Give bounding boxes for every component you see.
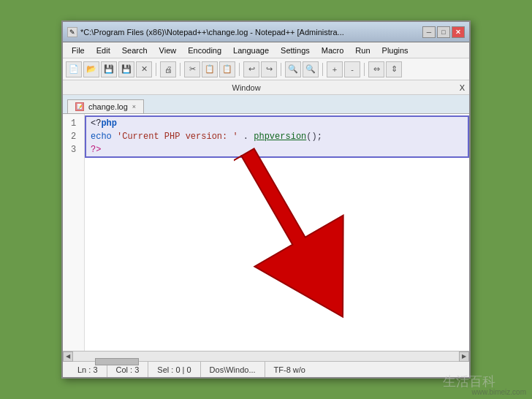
toolbar-undo[interactable]: ↩ — [243, 61, 259, 77]
menu-plugins[interactable]: Plugins — [376, 45, 414, 56]
editor-area[interactable]: 1 2 3 <?php echo 'Current PHP version: '… — [63, 114, 469, 351]
window-title: *C:\Program Files (x86)\Notepad++\change… — [80, 28, 344, 37]
toolbar-close[interactable]: ✕ — [136, 61, 152, 77]
line-numbers: 1 2 3 — [63, 114, 85, 351]
toolbar-save-all[interactable]: 💾 — [118, 61, 134, 77]
toolbar-new[interactable]: 📄 — [66, 61, 82, 77]
toolbar-redo[interactable]: ↪ — [261, 61, 277, 77]
line-num-1: 1 — [68, 117, 79, 130]
status-encoding: TF-8 w/o — [265, 362, 314, 377]
tab-change-log[interactable]: 📝 change.log × — [67, 99, 144, 113]
toolbar-sep-2 — [180, 63, 180, 76]
menu-encoding[interactable]: Encoding — [182, 45, 227, 56]
toolbar-sep-4 — [281, 63, 281, 76]
menu-run[interactable]: Run — [349, 45, 376, 56]
code-editor[interactable]: <?php echo 'Current PHP version: ' . php… — [85, 114, 469, 351]
title-bar-left: ✎ *C:\Program Files (x86)\Notepad++\chan… — [67, 27, 344, 37]
window-bar: Window X — [63, 80, 469, 95]
toolbar-sep-5 — [322, 63, 323, 76]
notepad-window: ✎ *C:\Program Files (x86)\Notepad++\chan… — [61, 20, 471, 379]
status-dos: Dos\Windo... — [201, 362, 265, 377]
menu-edit[interactable]: Edit — [91, 45, 116, 56]
toolbar-open[interactable]: 📂 — [83, 61, 99, 77]
toolbar-paste[interactable]: 📋 — [219, 61, 235, 77]
toolbar-sync2[interactable]: ⇕ — [386, 61, 402, 77]
title-bar: ✎ *C:\Program Files (x86)\Notepad++\chan… — [63, 22, 469, 42]
outer-frame: ✎ *C:\Program Files (x86)\Notepad++\chan… — [0, 0, 532, 399]
menu-macro[interactable]: Macro — [316, 45, 350, 56]
code-line-1: <?php — [91, 117, 463, 130]
menu-settings[interactable]: Settings — [275, 45, 316, 56]
toolbar-replace[interactable]: 🔍 — [303, 61, 319, 77]
title-buttons: ─ □ ✕ — [422, 26, 465, 38]
scroll-left-button[interactable]: ◀ — [63, 352, 73, 362]
tab-icon: 📝 — [75, 102, 84, 111]
toolbar-sync[interactable]: ⇔ — [368, 61, 384, 77]
code-line-3: ?> — [91, 143, 463, 156]
toolbar-zoom-out[interactable]: - — [344, 61, 360, 77]
close-button[interactable]: ✕ — [452, 26, 465, 38]
h-scroll-thumb[interactable] — [95, 358, 139, 365]
window-label: Window — [232, 83, 261, 92]
menu-view[interactable]: View — [153, 45, 183, 56]
app-icon: ✎ — [67, 27, 77, 37]
scroll-right-button[interactable]: ▶ — [459, 352, 469, 362]
toolbar: 📄 📂 💾 💾 ✕ 🖨 ✂ 📋 📋 ↩ ↪ 🔍 🔍 + - ⇔ ⇕ — [63, 58, 469, 80]
window-bar-close[interactable]: X — [460, 83, 465, 92]
code-line-2: echo 'Current PHP version: ' . phpversio… — [91, 130, 463, 143]
toolbar-zoom-in[interactable]: + — [327, 61, 343, 77]
menu-file[interactable]: File — [66, 45, 91, 56]
menu-bar: File Edit Search View Encoding Language … — [63, 42, 469, 58]
toolbar-find[interactable]: 🔍 — [285, 61, 301, 77]
minimize-button[interactable]: ─ — [422, 26, 436, 38]
tab-bar: 📝 change.log × — [63, 95, 469, 114]
bimeiz-watermark: www.bimeiz.com — [472, 388, 526, 396]
toolbar-copy[interactable]: 📋 — [202, 61, 218, 77]
toolbar-print[interactable]: 🖨 — [160, 61, 176, 77]
toolbar-save[interactable]: 💾 — [101, 61, 117, 77]
h-scrollbar[interactable]: ◀ ▶ — [63, 351, 469, 361]
tab-label: change.log — [88, 102, 128, 111]
toolbar-cut[interactable]: ✂ — [184, 61, 200, 77]
line-num-3: 3 — [68, 143, 79, 156]
toolbar-sep-6 — [364, 63, 365, 76]
tab-close-button[interactable]: × — [132, 103, 136, 110]
maximize-button[interactable]: □ — [437, 26, 450, 38]
toolbar-sep-1 — [156, 63, 156, 76]
line-num-2: 2 — [68, 130, 79, 143]
menu-language[interactable]: Language — [227, 45, 275, 56]
status-sel: Sel : 0 | 0 — [148, 362, 200, 377]
toolbar-sep-3 — [239, 63, 240, 76]
menu-search[interactable]: Search — [116, 45, 153, 56]
